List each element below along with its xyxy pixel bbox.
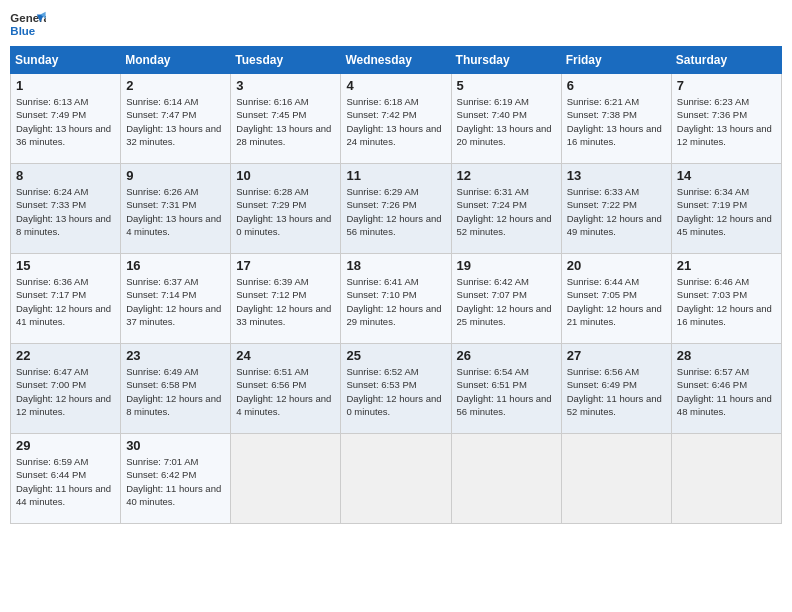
calendar-week-1: 1Sunrise: 6:13 AM Sunset: 7:49 PM Daylig… (11, 74, 782, 164)
calendar-week-3: 15Sunrise: 6:36 AM Sunset: 7:17 PM Dayli… (11, 254, 782, 344)
calendar-day-16: 16Sunrise: 6:37 AM Sunset: 7:14 PM Dayli… (121, 254, 231, 344)
calendar-day-6: 6Sunrise: 6:21 AM Sunset: 7:38 PM Daylig… (561, 74, 671, 164)
col-header-tuesday: Tuesday (231, 47, 341, 74)
calendar-day-13: 13Sunrise: 6:33 AM Sunset: 7:22 PM Dayli… (561, 164, 671, 254)
calendar-header-row: SundayMondayTuesdayWednesdayThursdayFrid… (11, 47, 782, 74)
calendar-day-8: 8Sunrise: 6:24 AM Sunset: 7:33 PM Daylig… (11, 164, 121, 254)
col-header-wednesday: Wednesday (341, 47, 451, 74)
calendar-day-18: 18Sunrise: 6:41 AM Sunset: 7:10 PM Dayli… (341, 254, 451, 344)
calendar-day-9: 9Sunrise: 6:26 AM Sunset: 7:31 PM Daylig… (121, 164, 231, 254)
col-header-saturday: Saturday (671, 47, 781, 74)
calendar-day-1: 1Sunrise: 6:13 AM Sunset: 7:49 PM Daylig… (11, 74, 121, 164)
calendar-day-28: 28Sunrise: 6:57 AM Sunset: 6:46 PM Dayli… (671, 344, 781, 434)
calendar-day-21: 21Sunrise: 6:46 AM Sunset: 7:03 PM Dayli… (671, 254, 781, 344)
logo-icon: General Blue (10, 10, 46, 40)
calendar-day-30: 30Sunrise: 7:01 AM Sunset: 6:42 PM Dayli… (121, 434, 231, 524)
calendar-day-4: 4Sunrise: 6:18 AM Sunset: 7:42 PM Daylig… (341, 74, 451, 164)
calendar-day-7: 7Sunrise: 6:23 AM Sunset: 7:36 PM Daylig… (671, 74, 781, 164)
calendar-table: SundayMondayTuesdayWednesdayThursdayFrid… (10, 46, 782, 524)
col-header-sunday: Sunday (11, 47, 121, 74)
calendar-day-empty (561, 434, 671, 524)
page-header: General Blue (10, 10, 782, 40)
calendar-day-10: 10Sunrise: 6:28 AM Sunset: 7:29 PM Dayli… (231, 164, 341, 254)
col-header-thursday: Thursday (451, 47, 561, 74)
calendar-day-2: 2Sunrise: 6:14 AM Sunset: 7:47 PM Daylig… (121, 74, 231, 164)
calendar-week-4: 22Sunrise: 6:47 AM Sunset: 7:00 PM Dayli… (11, 344, 782, 434)
calendar-day-empty (231, 434, 341, 524)
calendar-day-3: 3Sunrise: 6:16 AM Sunset: 7:45 PM Daylig… (231, 74, 341, 164)
calendar-day-15: 15Sunrise: 6:36 AM Sunset: 7:17 PM Dayli… (11, 254, 121, 344)
calendar-day-24: 24Sunrise: 6:51 AM Sunset: 6:56 PM Dayli… (231, 344, 341, 434)
calendar-day-19: 19Sunrise: 6:42 AM Sunset: 7:07 PM Dayli… (451, 254, 561, 344)
calendar-day-20: 20Sunrise: 6:44 AM Sunset: 7:05 PM Dayli… (561, 254, 671, 344)
logo: General Blue (10, 10, 46, 40)
calendar-day-23: 23Sunrise: 6:49 AM Sunset: 6:58 PM Dayli… (121, 344, 231, 434)
calendar-week-5: 29Sunrise: 6:59 AM Sunset: 6:44 PM Dayli… (11, 434, 782, 524)
calendar-day-25: 25Sunrise: 6:52 AM Sunset: 6:53 PM Dayli… (341, 344, 451, 434)
calendar-day-29: 29Sunrise: 6:59 AM Sunset: 6:44 PM Dayli… (11, 434, 121, 524)
calendar-day-27: 27Sunrise: 6:56 AM Sunset: 6:49 PM Dayli… (561, 344, 671, 434)
calendar-day-empty (671, 434, 781, 524)
calendar-day-11: 11Sunrise: 6:29 AM Sunset: 7:26 PM Dayli… (341, 164, 451, 254)
calendar-day-14: 14Sunrise: 6:34 AM Sunset: 7:19 PM Dayli… (671, 164, 781, 254)
calendar-week-2: 8Sunrise: 6:24 AM Sunset: 7:33 PM Daylig… (11, 164, 782, 254)
calendar-day-12: 12Sunrise: 6:31 AM Sunset: 7:24 PM Dayli… (451, 164, 561, 254)
col-header-friday: Friday (561, 47, 671, 74)
calendar-day-26: 26Sunrise: 6:54 AM Sunset: 6:51 PM Dayli… (451, 344, 561, 434)
svg-text:Blue: Blue (10, 25, 35, 37)
calendar-day-22: 22Sunrise: 6:47 AM Sunset: 7:00 PM Dayli… (11, 344, 121, 434)
calendar-day-17: 17Sunrise: 6:39 AM Sunset: 7:12 PM Dayli… (231, 254, 341, 344)
calendar-day-empty (451, 434, 561, 524)
calendar-day-5: 5Sunrise: 6:19 AM Sunset: 7:40 PM Daylig… (451, 74, 561, 164)
calendar-day-empty (341, 434, 451, 524)
col-header-monday: Monday (121, 47, 231, 74)
